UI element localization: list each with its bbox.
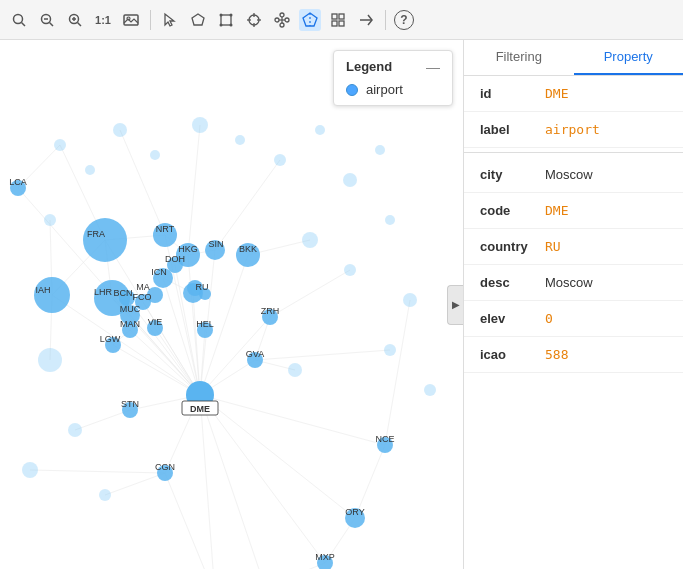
svg-text:LGW: LGW (100, 334, 121, 344)
svg-text:CGN: CGN (155, 462, 175, 472)
svg-point-94 (150, 150, 160, 160)
legend-minimize-button[interactable]: — (426, 60, 440, 74)
svg-line-86 (165, 473, 215, 569)
svg-point-15 (220, 23, 223, 26)
property-value-desc: Moscow (545, 275, 593, 290)
svg-text:HKG: HKG (178, 244, 198, 254)
svg-text:VIE: VIE (148, 317, 163, 327)
svg-text:MUC: MUC (120, 304, 141, 314)
graph-svg: FRA IAH LHR NRT HKG SIN ICN DOH RU MA MU… (0, 40, 463, 569)
svg-line-46 (143, 302, 200, 395)
tab-filtering[interactable]: Filtering (464, 40, 574, 75)
image-icon[interactable] (120, 9, 142, 31)
svg-point-25 (280, 23, 284, 27)
svg-point-13 (220, 13, 223, 16)
svg-text:MA: MA (136, 282, 150, 292)
zoom-in-icon[interactable] (64, 9, 86, 31)
polygon-icon[interactable] (187, 9, 209, 31)
svg-line-76 (215, 160, 280, 250)
svg-text:BKK: BKK (239, 244, 257, 254)
svg-text:SIN: SIN (208, 239, 223, 249)
property-key-id: id (480, 86, 545, 101)
svg-point-96 (235, 135, 245, 145)
zoom-out-icon[interactable] (36, 9, 58, 31)
svg-point-99 (343, 173, 357, 187)
svg-point-111 (99, 489, 111, 501)
svg-line-75 (188, 125, 200, 255)
svg-text:ORY: ORY (345, 507, 364, 517)
svg-point-23 (285, 18, 289, 22)
property-row-city: city Moscow (464, 157, 683, 193)
property-key-icao: icao (480, 347, 545, 362)
property-key-code: code (480, 203, 545, 218)
svg-point-114 (34, 277, 70, 313)
transform-icon[interactable] (215, 9, 237, 31)
svg-line-80 (385, 300, 410, 445)
panel-collapse-button[interactable]: ▶ (447, 285, 463, 325)
legend-box: Legend — airport (333, 50, 453, 106)
property-row-icao: icao 588 (464, 337, 683, 373)
property-row-label: label airport (464, 112, 683, 148)
legend-label-airport: airport (366, 82, 403, 97)
svg-line-6 (78, 22, 82, 26)
svg-line-56 (200, 395, 385, 445)
svg-text:ZRH: ZRH (261, 306, 280, 316)
svg-point-110 (22, 462, 38, 478)
svg-text:NCE: NCE (375, 434, 394, 444)
property-value-id: DME (545, 86, 568, 101)
svg-point-22 (275, 18, 279, 22)
svg-point-108 (68, 423, 82, 437)
edge-active-icon[interactable] (299, 9, 321, 31)
legend-dot-airport (346, 84, 358, 96)
crosshair-icon[interactable] (243, 9, 265, 31)
svg-line-1 (22, 22, 26, 26)
svg-text:MXP: MXP (315, 552, 335, 562)
property-key-label: label (480, 122, 545, 137)
panel-content: id DME label airport city Moscow code DM… (464, 76, 683, 569)
tab-property[interactable]: Property (574, 40, 684, 75)
svg-point-91 (54, 139, 66, 151)
brush-icon[interactable] (327, 9, 349, 31)
svg-text:DOH: DOH (165, 254, 185, 264)
svg-text:BCN: BCN (113, 288, 132, 298)
svg-rect-12 (221, 15, 231, 25)
property-value-code: DME (545, 203, 568, 218)
ratio-button[interactable]: 1:1 (92, 9, 114, 31)
property-value-label: airport (545, 122, 600, 137)
svg-point-102 (302, 232, 318, 248)
svg-point-104 (385, 215, 395, 225)
svg-text:LCA: LCA (9, 177, 27, 187)
svg-point-92 (85, 165, 95, 175)
svg-point-105 (403, 293, 417, 307)
property-key-desc: desc (480, 275, 545, 290)
arrow-icon[interactable] (355, 9, 377, 31)
svg-line-85 (30, 470, 165, 473)
legend-item-airport: airport (346, 82, 440, 97)
help-icon[interactable]: ? (394, 10, 414, 30)
svg-line-88 (265, 563, 325, 569)
map-area[interactable]: FRA IAH LHR NRT HKG SIN ICN DOH RU MA MU… (0, 40, 463, 569)
svg-text:DME: DME (190, 404, 210, 414)
svg-point-16 (230, 23, 233, 26)
svg-text:LHR: LHR (94, 287, 113, 297)
svg-line-78 (270, 270, 350, 317)
svg-text:IAH: IAH (35, 285, 50, 295)
property-value-city: Moscow (545, 167, 593, 182)
svg-point-112 (424, 384, 436, 396)
property-key-elev: elev (480, 311, 545, 326)
node-icon[interactable] (271, 9, 293, 31)
svg-point-113 (83, 218, 127, 262)
svg-rect-33 (339, 21, 344, 26)
search-icon[interactable] (8, 9, 30, 31)
property-value-country: RU (545, 239, 561, 254)
panel-divider (464, 152, 683, 153)
select-icon[interactable] (159, 9, 181, 31)
svg-text:STN: STN (121, 399, 139, 409)
svg-text:GVA: GVA (246, 349, 264, 359)
svg-rect-31 (339, 14, 344, 19)
svg-point-14 (230, 13, 233, 16)
svg-line-74 (120, 130, 165, 235)
svg-point-103 (344, 264, 356, 276)
right-panel: Filtering Property id DME label airport … (463, 40, 683, 569)
property-row-id: id DME (464, 76, 683, 112)
